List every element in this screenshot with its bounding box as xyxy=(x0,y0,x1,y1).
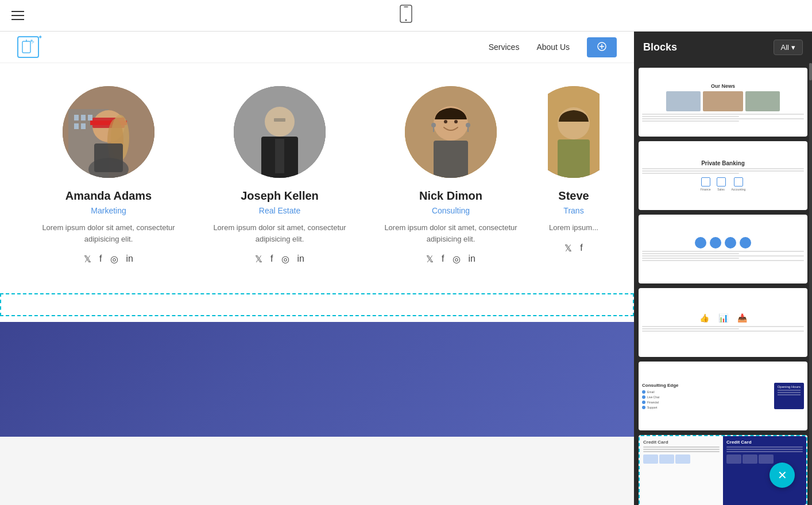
block-preview-4: 👍 📊 📥 xyxy=(639,288,807,357)
block-line xyxy=(726,446,803,448)
close-icon: ✕ xyxy=(778,468,787,482)
block-4-lines xyxy=(642,326,804,332)
block-6-dark-cards xyxy=(726,454,803,464)
blocks-filter-button[interactable]: All ▾ xyxy=(774,40,803,55)
block-5-item-1: Email xyxy=(642,390,659,394)
block-line-short xyxy=(642,121,739,122)
member-desc-1: Lorem ipsum dolor sit amet, consectetur … xyxy=(34,222,183,244)
member-name-2: Joseph Kellen xyxy=(241,189,319,203)
facebook-icon-4[interactable]: f xyxy=(580,243,582,254)
instagram-icon-3[interactable]: ◎ xyxy=(453,254,461,265)
block-1-img-1 xyxy=(666,91,701,111)
block-line xyxy=(642,331,804,332)
page-nav: Services About Us xyxy=(0,32,634,63)
filter-all-label: All xyxy=(781,43,789,52)
block-1-img-2 xyxy=(703,91,743,111)
nav-link-services[interactable]: Services xyxy=(489,42,520,52)
member-role-4: Trans xyxy=(563,206,583,215)
thumb-icon: 👍 xyxy=(699,313,709,323)
block-5-grid: Email Live Chat Financial Support xyxy=(642,390,772,409)
panel-scrollbar xyxy=(809,63,812,505)
svg-point-5 xyxy=(30,40,33,42)
svg-rect-14 xyxy=(81,115,86,121)
block-line xyxy=(642,260,804,261)
hamburger-menu-button[interactable] xyxy=(11,11,24,20)
svg-rect-35 xyxy=(434,141,468,178)
facebook-icon-1[interactable]: f xyxy=(99,254,102,265)
member-desc-3: Lorem ipsum dolor sit amet, consectetur … xyxy=(377,222,525,244)
block-line xyxy=(642,170,804,172)
logo-icon xyxy=(17,36,39,58)
sales-label: Sales xyxy=(717,188,725,191)
drop-zone[interactable] xyxy=(0,293,634,316)
avatar-steve xyxy=(548,86,600,178)
blocks-panel: Blocks All ▾ Our News xyxy=(634,32,812,505)
team-member-4: Steve Trans Lorem ipsum... 𝕏 f xyxy=(548,86,600,265)
block-line-short xyxy=(642,328,739,329)
social-icons-1: 𝕏 f ◎ in xyxy=(84,254,133,265)
block-card-3[interactable] xyxy=(639,215,807,283)
page-content: Services About Us xyxy=(0,32,634,437)
instagram-icon-1[interactable]: ◎ xyxy=(110,254,118,265)
download-icon: 📥 xyxy=(737,313,747,323)
twitter-icon-4[interactable]: 𝕏 xyxy=(564,243,572,254)
block-5-item-2: Live Chat xyxy=(642,395,659,399)
block-line xyxy=(642,255,804,257)
social-icons-3: 𝕏 f ◎ in xyxy=(426,254,475,265)
device-preview-icon[interactable] xyxy=(400,5,412,26)
linkedin-icon-1[interactable]: in xyxy=(126,254,133,265)
chart-icon: 📊 xyxy=(718,313,728,323)
team-member-1: Amanda Adams Marketing Lorem ipsum dolor… xyxy=(34,86,183,265)
facebook-icon-3[interactable]: f xyxy=(442,254,444,265)
nav-cta-button[interactable] xyxy=(587,37,617,57)
twitter-icon-3[interactable]: 𝕏 xyxy=(426,254,434,265)
blocks-panel-header: Blocks All ▾ xyxy=(634,32,812,63)
dedicated-sites-icon xyxy=(740,237,751,248)
block-1-lines xyxy=(642,114,804,122)
life-insurance-icon xyxy=(695,237,706,248)
block-2-icon-2: Sales xyxy=(717,177,726,191)
block-6-lines xyxy=(643,446,720,452)
linkedin-icon-3[interactable]: in xyxy=(469,254,475,265)
card-mini-dark-1 xyxy=(726,454,741,464)
block-card-1[interactable]: Our News xyxy=(639,68,807,137)
accounting-label: Accounting xyxy=(732,188,746,191)
svg-rect-42 xyxy=(558,139,590,178)
blocks-title: Blocks xyxy=(643,41,677,53)
svg-rect-3 xyxy=(22,41,30,53)
twitter-icon-1[interactable]: 𝕏 xyxy=(84,254,91,265)
linkedin-icon-2[interactable]: in xyxy=(297,254,304,265)
block-card-2[interactable]: Private Banking Finance xyxy=(639,141,807,210)
member-role-2: Real Estate xyxy=(259,206,300,215)
credit-card-label-dark: Credit Card xyxy=(726,440,803,445)
avatar-joseph xyxy=(234,86,326,178)
block-5-item-3: Financial xyxy=(642,401,659,404)
member-desc-4: Lorem ipsum... xyxy=(549,222,598,234)
insurance-analysis-icon xyxy=(710,237,721,248)
panel-scrollbar-thumb xyxy=(809,63,812,80)
block-line xyxy=(642,114,804,115)
close-fab-button[interactable]: ✕ xyxy=(770,463,795,488)
svg-rect-15 xyxy=(88,115,92,121)
block-5-col-1: Email Live Chat Financial Support xyxy=(642,390,659,409)
member-name-1: Amanda Adams xyxy=(65,189,152,203)
team-member-3: Nick Dimon Consulting Lorem ipsum dolor … xyxy=(377,86,525,265)
card-mini-1 xyxy=(643,454,658,464)
finance-label: Finance xyxy=(701,188,711,191)
card-mini-2 xyxy=(659,454,674,464)
block-2-title: Private Banking xyxy=(701,160,745,166)
block-5-item-4: Support xyxy=(642,406,659,409)
block-card-5[interactable]: Consulting Edge Email Live Chat Financia… xyxy=(639,362,807,430)
member-role-3: Consulting xyxy=(432,206,470,215)
block-line-short xyxy=(642,253,739,254)
block-preview-5: Consulting Edge Email Live Chat Financia… xyxy=(639,362,807,430)
member-name-3: Nick Dimon xyxy=(419,189,482,203)
nav-link-about[interactable]: About Us xyxy=(536,42,570,52)
block-card-4[interactable]: 👍 📊 📥 xyxy=(639,288,807,357)
instagram-icon-2[interactable]: ◎ xyxy=(281,254,289,265)
top-toolbar xyxy=(0,0,812,32)
twitter-icon-2[interactable]: 𝕏 xyxy=(255,254,262,265)
block-6-dark-lines xyxy=(726,446,803,452)
facebook-icon-2[interactable]: f xyxy=(270,254,273,265)
page-logo xyxy=(17,36,39,58)
